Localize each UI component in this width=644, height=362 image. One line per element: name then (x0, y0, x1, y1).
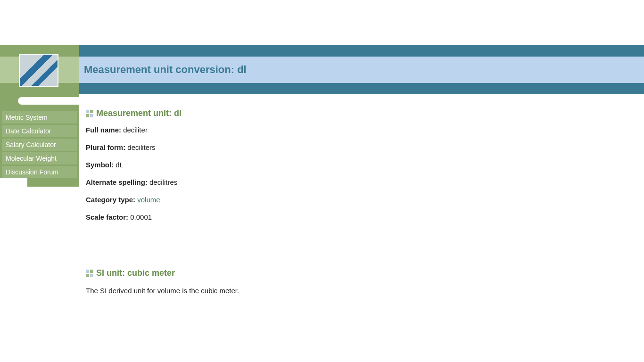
sidebar-item-salary-calculator[interactable]: Salary Calculator (2, 139, 77, 151)
sidebar-item-molecular-weight[interactable]: Molecular Weight (2, 152, 77, 165)
sidebar: Metric System Date Calculator Salary Cal… (0, 94, 79, 178)
header-band: Measurement unit conversion: dl (0, 45, 644, 94)
section-heading-unit: Measurement unit: dl (86, 108, 635, 118)
field-symbol: Symbol: dL (86, 161, 635, 169)
squares-icon (86, 110, 93, 117)
field-alternate-spelling: Alternate spelling: decilitres (86, 178, 635, 186)
site-logo[interactable] (19, 54, 58, 87)
field-category-type: Category type: volume (86, 196, 635, 204)
squares-icon (86, 270, 93, 277)
si-description: The SI derived unit for volume is the cu… (86, 286, 635, 296)
category-link-volume[interactable]: volume (137, 196, 160, 204)
sidebar-item-discussion-forum[interactable]: Discussion Forum (2, 166, 77, 178)
page-title: Measurement unit conversion: dl (84, 64, 247, 76)
sidebar-item-metric-system[interactable]: Metric System (2, 111, 77, 123)
sidebar-item-date-calculator[interactable]: Date Calculator (2, 125, 77, 137)
field-plural-form: Plural form: deciliters (86, 143, 635, 151)
field-scale-factor: Scale factor: 0.0001 (86, 213, 635, 221)
field-full-name: Full name: deciliter (86, 126, 635, 134)
section-heading-si: SI unit: cubic meter (86, 268, 635, 278)
main-content: Measurement unit: dl Full name: decilite… (79, 94, 644, 306)
